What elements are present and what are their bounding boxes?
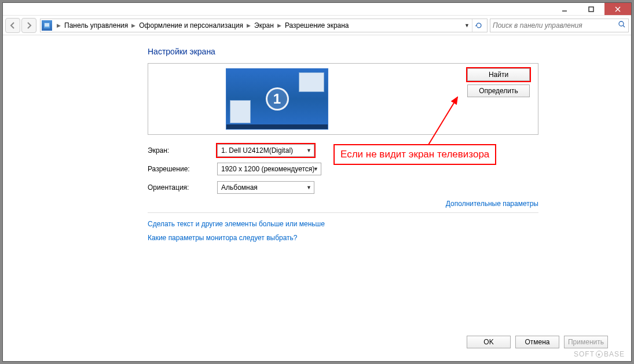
apply-button: Применить bbox=[564, 336, 608, 348]
cancel-button[interactable]: Отмена bbox=[515, 336, 559, 348]
content-area: Настройки экрана 1 Найти Определить Экра… bbox=[3, 35, 631, 361]
chevron-down-icon: ▼ bbox=[306, 185, 311, 190]
maximize-button[interactable] bbox=[578, 3, 604, 15]
refresh-button[interactable] bbox=[472, 19, 485, 32]
minimize-button[interactable] bbox=[551, 3, 578, 15]
breadcrumb-item[interactable]: Экран bbox=[253, 21, 275, 30]
which-settings-link[interactable]: Какие параметры монитора следует выбрать… bbox=[148, 234, 298, 242]
preview-window-icon bbox=[299, 72, 324, 92]
chevron-down-icon: ▼ bbox=[313, 166, 318, 172]
preview-taskbar bbox=[226, 124, 328, 129]
monitor-number-badge: 1 bbox=[266, 87, 289, 111]
search-icon[interactable] bbox=[618, 20, 626, 30]
dialog-footer: OK Отмена Применить bbox=[14, 329, 620, 356]
control-panel-icon bbox=[42, 20, 52, 31]
display-preview-panel: 1 Найти Определить bbox=[148, 63, 538, 135]
orientation-select-value: Альбомная bbox=[221, 183, 258, 192]
chevron-right-icon: ▶ bbox=[244, 23, 253, 28]
monitor-preview[interactable]: 1 bbox=[226, 68, 328, 130]
resolution-label: Разрешение: bbox=[148, 165, 217, 173]
resolution-select-value: 1920 x 1200 (рекомендуется) bbox=[221, 165, 314, 173]
search-input[interactable] bbox=[493, 21, 618, 30]
search-box[interactable] bbox=[490, 19, 629, 32]
chevron-right-icon: ▶ bbox=[275, 23, 284, 28]
window-frame: ▶ Панель управления ▶ Оформление и персо… bbox=[2, 2, 632, 362]
breadcrumb-item[interactable]: Разрешение экрана bbox=[284, 21, 350, 30]
display-select[interactable]: 1. Dell U2412M(Digital) ▼ bbox=[217, 144, 314, 157]
resolution-select[interactable]: 1920 x 1200 (рекомендуется) ▼ bbox=[217, 163, 321, 175]
advanced-settings-link[interactable]: Дополнительные параметры bbox=[446, 200, 538, 208]
annotation-callout: Если не видит экран телевизора bbox=[334, 144, 496, 165]
address-bar[interactable]: ▶ Панель управления ▶ Оформление и персо… bbox=[40, 19, 488, 32]
chevron-right-icon: ▶ bbox=[129, 23, 138, 28]
ok-button[interactable]: OK bbox=[467, 336, 511, 348]
watermark-text: SOFT bbox=[574, 350, 595, 358]
svg-rect-1 bbox=[589, 7, 593, 12]
identify-button[interactable]: Определить bbox=[467, 84, 530, 97]
svg-point-6 bbox=[619, 21, 624, 26]
svg-line-7 bbox=[623, 25, 625, 27]
close-button[interactable] bbox=[604, 3, 631, 15]
text-size-link[interactable]: Сделать текст и другие элементы больше и… bbox=[148, 220, 325, 228]
divider bbox=[148, 212, 538, 213]
display-label: Экран: bbox=[148, 146, 217, 155]
breadcrumb-item[interactable]: Панель управления bbox=[63, 21, 129, 30]
watermark-text: BASE bbox=[604, 350, 625, 358]
watermark-dot-icon: ● bbox=[596, 351, 603, 358]
breadcrumb-item[interactable]: Оформление и персонализация bbox=[138, 21, 244, 30]
titlebar bbox=[3, 3, 631, 16]
orientation-select[interactable]: Альбомная ▼ bbox=[217, 181, 314, 194]
display-select-value: 1. Dell U2412M(Digital) bbox=[221, 146, 293, 155]
chevron-down-icon: ▼ bbox=[306, 148, 311, 153]
page-title: Настройки экрана bbox=[148, 47, 538, 56]
navbar: ▶ Панель управления ▶ Оформление и персо… bbox=[3, 16, 631, 35]
chevron-right-icon: ▶ bbox=[54, 23, 63, 28]
watermark: SOFT ● BASE bbox=[574, 350, 625, 358]
nav-back-button[interactable] bbox=[5, 18, 20, 33]
svg-rect-5 bbox=[45, 23, 49, 27]
preview-window-icon bbox=[230, 100, 251, 123]
orientation-label: Ориентация: bbox=[148, 183, 217, 192]
chevron-down-icon[interactable]: ▼ bbox=[464, 23, 470, 28]
nav-forward-button[interactable] bbox=[21, 18, 36, 33]
detect-button[interactable]: Найти bbox=[467, 68, 530, 81]
